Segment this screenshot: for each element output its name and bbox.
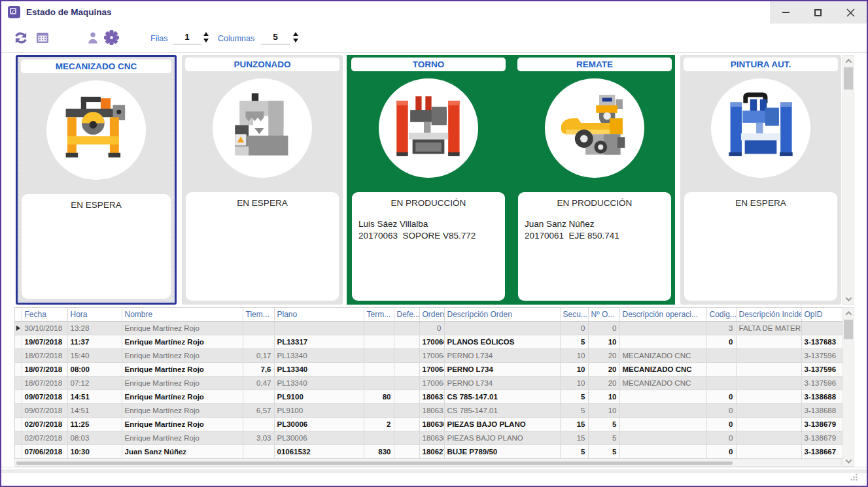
cell-descripci-n-operaci (619, 390, 706, 403)
cell-tiem: 7,6 (243, 362, 274, 376)
cell-orden: 180627 (419, 445, 444, 458)
cell-n-o: 5 (588, 445, 619, 458)
lathe-machine-icon (379, 78, 478, 178)
maximize-button[interactable] (802, 1, 834, 24)
column-header-nombre[interactable]: Nombre (122, 308, 243, 321)
cell-plano: PL13340 (274, 362, 364, 376)
table-row[interactable]: 30/10/201813:28Enrique Martínez Rojo0003… (15, 321, 843, 335)
row-indicator-cell (15, 335, 22, 348)
minimize-button[interactable] (770, 1, 802, 24)
cell-fecha: 09/07/2018 (22, 390, 67, 403)
table-row[interactable]: 07/06/201810:30Juan Sanz Núñez0106153283… (15, 445, 843, 458)
column-header-descripci-n-orden[interactable]: Descripción Orden (444, 308, 560, 321)
close-button[interactable] (835, 1, 867, 24)
columnas-spin-down-icon[interactable] (293, 39, 298, 42)
cell-term (364, 348, 394, 362)
cell-n-o: 10 (588, 335, 619, 348)
machine-status-box: EN ESPERA (684, 192, 837, 301)
person-icon (85, 30, 101, 46)
filas-label: Filas (150, 34, 167, 43)
column-header-n-o[interactable]: Nº O... (588, 308, 619, 321)
column-header-tiem[interactable]: Tiem... (243, 308, 274, 321)
cell-hora: 08:00 (67, 362, 122, 376)
machine-card-pintura-aut[interactable]: PINTURA AUT. EN ESPERA (680, 55, 841, 305)
table-scrollbar[interactable] (842, 307, 854, 467)
column-header-hora[interactable]: Hora (67, 308, 122, 321)
table-scroll-up-button[interactable] (843, 308, 854, 318)
cell-n-o: 20 (588, 362, 619, 376)
row-indicator-cell (15, 348, 22, 362)
cell-n-o: 5 (588, 417, 619, 431)
column-header-orden[interactable]: Orden (419, 308, 444, 321)
cell-opid: 3-137683 (801, 335, 843, 348)
table-row[interactable]: 18/07/201807:12Enrique Martínez Rojo0,47… (15, 376, 843, 390)
column-header-plano[interactable]: Plano (274, 308, 364, 321)
filas-spin-up-icon[interactable] (203, 32, 209, 36)
grid-view-button[interactable] (33, 29, 51, 46)
machine-card-mecanizado-cnc[interactable]: MECANIZADO CNC EN ESPERA (16, 55, 177, 305)
cell-hora: 14:51 (67, 390, 122, 403)
filas-value[interactable]: 1 (173, 32, 201, 44)
column-header-fecha[interactable]: Fecha (22, 308, 67, 321)
cell-descripci-n-inciden: FALTA DE MATERIAL (736, 321, 801, 335)
cell-descripci-n-orden: PERNO L734 (444, 348, 560, 362)
cell-term: 80 (364, 390, 394, 403)
column-header-descripci-n-inciden[interactable]: Descripción Inciden... (736, 308, 801, 321)
table-row[interactable]: 02/07/201811:25Enrique Martínez RojoPL30… (15, 417, 843, 431)
horizontal-scrollbar[interactable] (14, 460, 842, 467)
minimize-icon (782, 12, 790, 13)
filas-spin-down-icon[interactable] (203, 39, 209, 42)
cell-nombre: Enrique Martínez Rojo (122, 362, 243, 376)
column-header-secu[interactable]: Secu... (560, 308, 588, 321)
cell-fecha: 09/07/2018 (22, 403, 67, 417)
column-header-term[interactable]: Term... (364, 308, 394, 321)
table-scrollbar-thumb[interactable] (844, 320, 853, 339)
column-header-codig[interactable]: Codig... (706, 308, 736, 321)
user-button[interactable] (84, 29, 101, 46)
cell-hora: 08:03 (67, 431, 122, 445)
cell-descripci-n-inciden (736, 376, 801, 390)
app-icon (8, 6, 20, 18)
cnc-machine-icon (46, 80, 146, 180)
columnas-spin-up-icon[interactable] (293, 32, 298, 36)
column-header-descripci-n-operaci[interactable]: Descripción operaci... (619, 308, 706, 321)
cell-opid: 3-138688 (801, 403, 843, 417)
resize-grip-icon[interactable] (849, 473, 858, 482)
column-header-defe[interactable]: Defe... (394, 308, 419, 321)
cell-plano: PL9100 (274, 403, 364, 417)
cell-descripci-n-operaci: MECANIZADO CNC (619, 348, 706, 362)
horizontal-scrollbar-thumb[interactable] (16, 462, 733, 465)
cards-scroll-up-button[interactable] (843, 56, 854, 66)
cell-opid: 3-137596 (801, 348, 843, 362)
cell-plano: PL13340 (274, 376, 364, 390)
settings-button[interactable] (103, 29, 120, 46)
cards-scrollbar-thumb[interactable] (844, 67, 853, 90)
cell-nombre: Enrique Martínez Rojo (122, 403, 243, 417)
machine-card-torno[interactable]: TORNO EN PRODUCCIÓNLuis Sáez Villalba201… (348, 55, 509, 305)
cards-scroll-down-button[interactable] (843, 294, 854, 304)
machine-card-remate[interactable]: REMATE EN PRODUCCIÓNJuan Sanz Núñez20170… (514, 55, 675, 305)
cell-codig: 0 (706, 445, 736, 458)
table-row[interactable]: 18/07/201815:40Enrique Martínez Rojo0,17… (15, 348, 843, 362)
table-row[interactable]: 09/07/201814:51Enrique Martínez Rojo6,57… (15, 403, 843, 417)
table-row[interactable]: 02/07/201808:03Enrique Martínez Rojo3,03… (15, 431, 843, 445)
refresh-button[interactable] (12, 29, 29, 46)
column-header-opid[interactable]: OpID (801, 308, 843, 321)
columnas-value[interactable]: 5 (261, 32, 290, 44)
cell-plano (274, 321, 364, 335)
machine-card-punzonado[interactable]: PUNZONADO EN ESPERA (182, 55, 343, 305)
columnas-spinner (293, 32, 298, 42)
cell-secu: 5 (560, 445, 588, 458)
row-indicator-cell (15, 390, 22, 403)
cell-tiem (243, 321, 274, 335)
machine-name-label: PUNZONADO (185, 58, 339, 71)
table-row[interactable]: 09/07/201814:51Enrique Martínez RojoPL91… (15, 390, 843, 403)
cell-orden: 180630 (419, 417, 444, 431)
cell-plano: 01061532 (274, 445, 364, 458)
cell-tiem (243, 445, 274, 458)
table-row[interactable]: 19/07/201811:37Enrique Martínez RojoPL13… (15, 335, 843, 348)
table-row[interactable]: 18/07/201808:00Enrique Martínez Rojo7,6P… (15, 362, 843, 376)
row-indicator-header (15, 308, 22, 321)
table-scroll-down-button[interactable] (843, 456, 854, 466)
cards-scrollbar[interactable] (842, 55, 854, 305)
